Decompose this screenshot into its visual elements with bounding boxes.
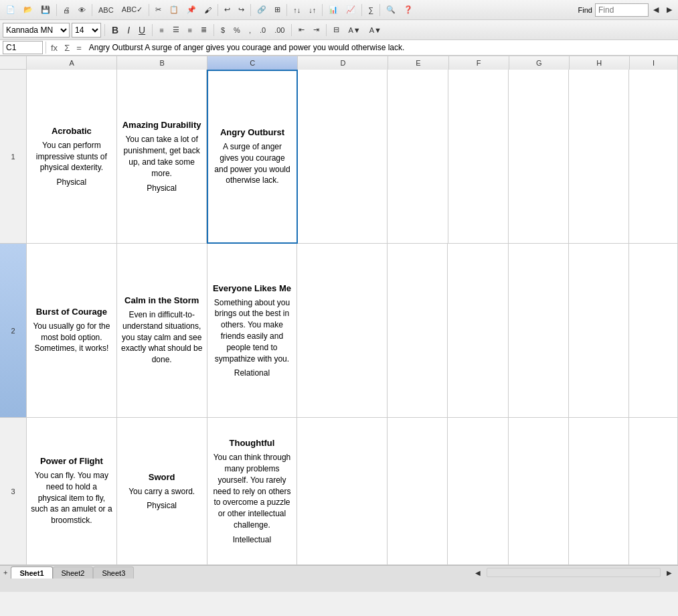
fx-icon[interactable]: fx <box>49 43 60 53</box>
sum-icon[interactable]: Σ <box>62 43 72 53</box>
cell-b1[interactable]: Amazing Durability You can take a lot of… <box>117 70 207 244</box>
align-left-btn[interactable]: ≡ <box>156 23 167 37</box>
cell-g3[interactable] <box>509 418 569 565</box>
table-btn[interactable]: ⊞ <box>271 3 284 17</box>
col-header-g[interactable]: G <box>509 56 570 70</box>
col-header-c[interactable]: C <box>207 56 298 70</box>
underline-button[interactable]: U <box>135 23 149 37</box>
undo-btn[interactable]: ↩ <box>221 3 234 17</box>
italic-button[interactable]: I <box>124 23 133 37</box>
cell-a2[interactable]: Burst of Courage You usually go for the … <box>27 244 117 418</box>
align-center-btn[interactable]: ☰ <box>169 23 183 37</box>
cell-f3[interactable] <box>448 418 508 565</box>
cell-h1[interactable] <box>569 70 629 244</box>
equals-icon[interactable]: = <box>74 43 84 53</box>
indent-dec-btn[interactable]: ⇤ <box>295 23 308 37</box>
find-next-btn[interactable]: ▶ <box>663 3 675 17</box>
decimal-dec-btn[interactable]: .00 <box>271 23 288 37</box>
cell-e3[interactable] <box>388 418 448 565</box>
spell2-btn[interactable]: ABC✓ <box>118 3 147 17</box>
align-right-btn[interactable]: ≡ <box>185 23 195 37</box>
chart-btn[interactable]: 📊 <box>325 3 341 17</box>
cell-f2[interactable] <box>448 244 508 418</box>
cell-c1-desc: A surge of anger gives you courage and p… <box>212 141 292 186</box>
col-header-h[interactable]: H <box>570 56 630 70</box>
currency-btn[interactable]: $ <box>218 23 228 37</box>
paste-btn[interactable]: 📌 <box>183 3 199 17</box>
sort-desc-btn[interactable]: ↓↑ <box>305 3 319 17</box>
open-btn[interactable]: 📂 <box>20 3 36 17</box>
col-header-d[interactable]: D <box>298 56 388 70</box>
copy-btn[interactable]: 📋 <box>166 3 182 17</box>
cell-reference-box[interactable] <box>3 41 43 54</box>
cell-d2[interactable] <box>297 244 388 418</box>
font-selector[interactable]: Kannada MN <box>3 23 70 37</box>
chart2-btn[interactable]: 📈 <box>343 3 359 17</box>
cell-i3[interactable] <box>629 418 678 565</box>
cell-e2[interactable] <box>388 244 448 418</box>
horizontal-scrollbar[interactable] <box>487 568 661 577</box>
font-color-btn[interactable]: A▼ <box>366 23 385 37</box>
sep5 <box>250 4 251 16</box>
add-sheet-btn[interactable]: + <box>0 565 11 580</box>
sort-asc-btn[interactable]: ↑↓ <box>290 3 304 17</box>
cell-g1[interactable] <box>509 70 569 244</box>
bold-button[interactable]: B <box>108 23 122 37</box>
zoom-btn[interactable]: 🔍 <box>383 3 399 17</box>
cell-a1[interactable]: Acrobatic You can perform impressive stu… <box>27 70 117 244</box>
cell-b2[interactable]: Calm in the Storm Even in difficult-to-u… <box>117 244 207 418</box>
row-num-1[interactable]: 1 <box>0 70 27 244</box>
font-size-selector[interactable]: 14 <box>72 23 101 37</box>
sheet-tab-3[interactable]: Sheet3 <box>93 566 134 579</box>
cell-d1[interactable] <box>298 70 388 244</box>
cell-a3[interactable]: Power of Flight You can fly. You may nee… <box>27 418 117 565</box>
comma-btn[interactable]: , <box>246 23 254 37</box>
cell-i2[interactable] <box>629 244 678 418</box>
cell-h3[interactable] <box>569 418 629 565</box>
new-btn[interactable]: 📄 <box>3 3 19 17</box>
find-input[interactable] <box>595 3 649 17</box>
col-header-b[interactable]: B <box>117 56 207 70</box>
border-btn[interactable]: ⊟ <box>330 23 343 37</box>
cell-c3[interactable]: Thoughtful You can think through many pr… <box>207 418 298 565</box>
format-btn[interactable]: 🖌 <box>201 3 215 17</box>
hyperlink-btn[interactable]: 🔗 <box>254 3 270 17</box>
sheet-tab-1[interactable]: Sheet1 <box>11 566 52 579</box>
scrollbar-h-area: ◀ ▶ <box>469 565 678 580</box>
cell-d3[interactable] <box>297 418 388 565</box>
percent-btn[interactable]: % <box>230 23 244 37</box>
cell-i1[interactable] <box>629 70 678 244</box>
find-prev-btn[interactable]: ◀ <box>650 3 662 17</box>
formula-btn[interactable]: ∑ <box>365 3 377 17</box>
cell-c2[interactable]: Everyone Likes Me Something about you br… <box>207 244 298 418</box>
col-header-i[interactable]: I <box>630 56 678 70</box>
sheet-tab-2[interactable]: Sheet2 <box>53 566 94 579</box>
spell-btn[interactable]: ABC <box>95 3 117 17</box>
cell-h2[interactable] <box>569 244 629 418</box>
print-btn[interactable]: 🖨 <box>60 3 74 17</box>
cell-c3-desc: You can think through many problems your… <box>211 452 293 531</box>
preview-btn[interactable]: 👁 <box>75 3 89 17</box>
help-btn[interactable]: ❓ <box>400 3 416 17</box>
cell-g2[interactable] <box>509 244 569 418</box>
row-num-2[interactable]: 2 <box>0 244 27 418</box>
cut-btn[interactable]: ✂ <box>152 3 165 17</box>
save-btn[interactable]: 💾 <box>37 3 54 17</box>
cell-c1[interactable]: Angry Outburst A surge of anger gives yo… <box>207 70 297 244</box>
sep12 <box>214 24 214 36</box>
scroll-left-btn[interactable]: ◀ <box>472 565 484 580</box>
indent-inc-btn[interactable]: ⇥ <box>310 23 323 37</box>
redo-btn[interactable]: ↪ <box>235 3 248 17</box>
scroll-right-btn[interactable]: ▶ <box>663 565 675 580</box>
bg-color-btn[interactable]: A▼ <box>345 23 363 37</box>
col-header-f[interactable]: F <box>449 56 509 70</box>
cell-b3[interactable]: Sword You carry a sword. Physical <box>117 418 207 565</box>
cell-f1[interactable] <box>448 70 509 244</box>
justify-btn[interactable]: ≣ <box>197 23 210 37</box>
cell-b1-inner: Amazing Durability You can take a lot of… <box>121 120 203 192</box>
decimal-inc-btn[interactable]: .0 <box>256 23 269 37</box>
cell-e1[interactable] <box>388 70 448 244</box>
row-num-3[interactable]: 3 <box>0 418 27 565</box>
col-header-a[interactable]: A <box>27 56 117 70</box>
col-header-e[interactable]: E <box>388 56 448 70</box>
